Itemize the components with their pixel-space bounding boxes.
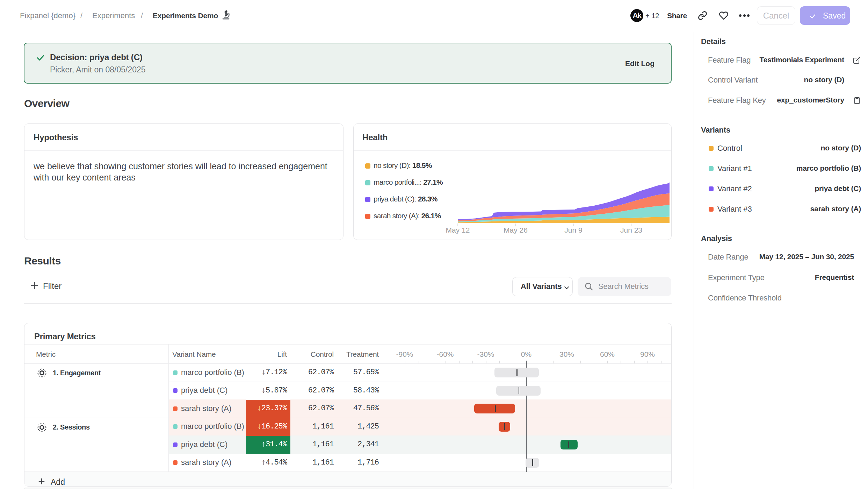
svg-text:Jun 23: Jun 23 (620, 226, 642, 234)
svg-text:Jun 9: Jun 9 (564, 226, 582, 234)
svg-text:May 26: May 26 (504, 226, 528, 234)
svg-text:May 12: May 12 (446, 226, 470, 234)
